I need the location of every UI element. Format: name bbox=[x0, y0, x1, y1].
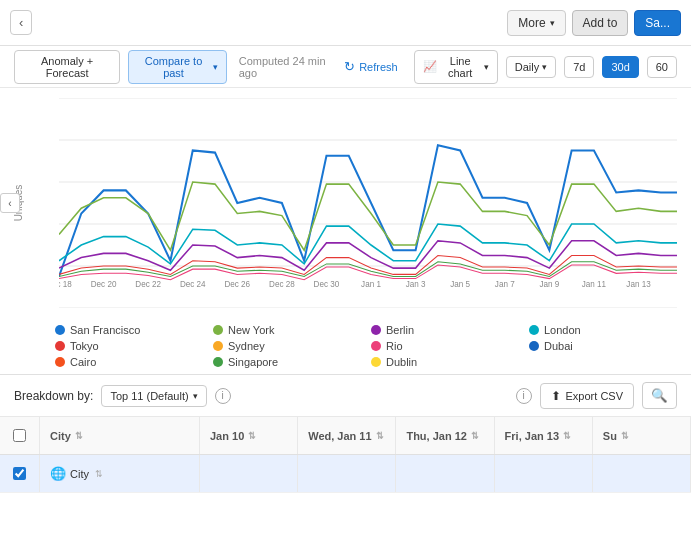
svg-text:Jan 9: Jan 9 bbox=[539, 280, 559, 289]
th-su-label: Su bbox=[603, 430, 617, 442]
svg-text:Jan 1: Jan 1 bbox=[361, 280, 381, 289]
compare-past-button[interactable]: Compare to past ▾ bbox=[128, 50, 226, 84]
filter-bar: Anomaly + Forecast Compare to past ▾ Com… bbox=[0, 46, 691, 88]
legend: San Francisco New York Berlin London Tok… bbox=[0, 318, 691, 374]
sort-arrows: ⇅ bbox=[95, 469, 103, 479]
legend-dot-sydney bbox=[213, 341, 223, 351]
svg-text:Dec 30: Dec 30 bbox=[314, 280, 340, 289]
bottom-section: Breakdown by: Top 11 (Default) ▾ i i ⬆ E… bbox=[0, 374, 691, 493]
th-jan12[interactable]: Thu, Jan 12 ⇅ bbox=[396, 417, 494, 454]
7d-button[interactable]: 7d bbox=[564, 56, 594, 78]
legend-dot-cairo bbox=[55, 357, 65, 367]
legend-dot-dublin bbox=[371, 357, 381, 367]
sort-icon: ⇅ bbox=[621, 431, 629, 441]
back-button[interactable]: ‹ bbox=[10, 10, 32, 35]
sort-icon: ⇅ bbox=[75, 431, 83, 441]
th-su[interactable]: Su ⇅ bbox=[593, 417, 691, 454]
legend-label-cairo: Cairo bbox=[70, 356, 96, 368]
city-icon: 🌐 bbox=[50, 466, 66, 481]
td-city: 🌐 City ⇅ bbox=[40, 455, 200, 492]
svg-text:Dec 24: Dec 24 bbox=[180, 280, 206, 289]
30d-label: 30d bbox=[611, 61, 629, 73]
export-label: Export CSV bbox=[566, 390, 623, 402]
legend-dot-rio bbox=[371, 341, 381, 351]
add-to-label: Add to bbox=[583, 16, 618, 30]
legend-dot-london bbox=[529, 325, 539, 335]
svg-text:Dec 26: Dec 26 bbox=[224, 280, 250, 289]
more-button[interactable]: More ▾ bbox=[507, 10, 565, 36]
legend-item-cairo: Cairo bbox=[55, 356, 203, 368]
info-icon-right[interactable]: i bbox=[516, 388, 532, 404]
td-jan10 bbox=[200, 455, 298, 492]
legend-dot-ny bbox=[213, 325, 223, 335]
th-city[interactable]: City ⇅ bbox=[40, 417, 200, 454]
search-button[interactable]: 🔍 bbox=[642, 382, 677, 409]
legend-label-tokyo: Tokyo bbox=[70, 340, 99, 352]
th-city-label: City bbox=[50, 430, 71, 442]
more-label: More bbox=[518, 16, 545, 30]
select-all-checkbox[interactable] bbox=[13, 429, 26, 442]
legend-dot-dubai bbox=[529, 341, 539, 351]
legend-item-london: London bbox=[529, 324, 677, 336]
daily-label: Daily bbox=[515, 61, 539, 73]
th-jan11-label: Wed, Jan 11 bbox=[308, 430, 371, 442]
legend-item-tokyo: Tokyo bbox=[55, 340, 203, 352]
breakdown-select[interactable]: Top 11 (Default) ▾ bbox=[101, 385, 206, 407]
legend-dot-singapore bbox=[213, 357, 223, 367]
legend-label-dublin: Dublin bbox=[386, 356, 417, 368]
chevron-down-icon: ▾ bbox=[193, 391, 198, 401]
sort-icon: ⇅ bbox=[248, 431, 256, 441]
table-row: 🌐 City ⇅ bbox=[0, 455, 691, 493]
svg-text:Jan 7: Jan 7 bbox=[495, 280, 515, 289]
th-jan13-label: Fri, Jan 13 bbox=[505, 430, 559, 442]
chevron-down-icon: ▾ bbox=[550, 18, 555, 28]
legend-item-berlin: Berlin bbox=[371, 324, 519, 336]
refresh-label: Refresh bbox=[359, 61, 398, 73]
daily-button[interactable]: Daily ▾ bbox=[506, 56, 556, 78]
sort-icon: ⇅ bbox=[376, 431, 384, 441]
td-su bbox=[593, 455, 691, 492]
breakdown-label: Breakdown by: bbox=[14, 389, 93, 403]
legend-item-sf: San Francisco bbox=[55, 324, 203, 336]
anomaly-forecast-button[interactable]: Anomaly + Forecast bbox=[14, 50, 120, 84]
60d-button[interactable]: 60 bbox=[647, 56, 677, 78]
svg-text:Jan 5: Jan 5 bbox=[450, 280, 470, 289]
th-jan13[interactable]: Fri, Jan 13 ⇅ bbox=[495, 417, 593, 454]
chevron-down-icon: ▾ bbox=[484, 62, 489, 72]
svg-text:Jan 11: Jan 11 bbox=[582, 280, 607, 289]
legend-item-dubai: Dubai bbox=[529, 340, 677, 352]
svg-text:Dec 28: Dec 28 bbox=[269, 280, 295, 289]
table-header: City ⇅ Jan 10 ⇅ Wed, Jan 11 ⇅ Thu, Jan 1… bbox=[0, 417, 691, 455]
chart-svg: 10k 7.5k 5k 2.5k 0 Dec 18 Dec 20 Dec 22 … bbox=[59, 98, 677, 308]
legend-item-dublin: Dublin bbox=[371, 356, 519, 368]
chart-type-button[interactable]: 📈 Line chart ▾ bbox=[414, 50, 498, 84]
save-button[interactable]: Sa... bbox=[634, 10, 681, 36]
30d-button[interactable]: 30d bbox=[602, 56, 638, 78]
legend-item-rio: Rio bbox=[371, 340, 519, 352]
breakdown-bar: Breakdown by: Top 11 (Default) ▾ i i ⬆ E… bbox=[0, 375, 691, 417]
sort-icon: ⇅ bbox=[471, 431, 479, 441]
svg-text:Jan 13: Jan 13 bbox=[626, 280, 651, 289]
add-to-button[interactable]: Add to bbox=[572, 10, 629, 36]
svg-text:Dec 20: Dec 20 bbox=[91, 280, 117, 289]
chevron-down-icon: ▾ bbox=[542, 62, 547, 72]
th-jan11[interactable]: Wed, Jan 11 ⇅ bbox=[298, 417, 396, 454]
row-checkbox[interactable] bbox=[13, 467, 26, 480]
refresh-button[interactable]: ↻ Refresh bbox=[344, 59, 398, 74]
7d-label: 7d bbox=[573, 61, 585, 73]
th-jan10[interactable]: Jan 10 ⇅ bbox=[200, 417, 298, 454]
line-chart-icon: 📈 bbox=[423, 60, 437, 73]
legend-label-dubai: Dubai bbox=[544, 340, 573, 352]
td-jan12 bbox=[396, 455, 494, 492]
legend-dot-sf bbox=[55, 325, 65, 335]
chart-container: Uniques 10k 7.5k 5k 2.5k 0 bbox=[0, 88, 691, 318]
chevron-down-icon: ▾ bbox=[213, 62, 218, 72]
export-csv-button[interactable]: ⬆ Export CSV bbox=[540, 383, 634, 409]
collapse-button[interactable]: ‹ bbox=[0, 193, 20, 213]
chart-inner: 10k 7.5k 5k 2.5k 0 Dec 18 Dec 20 Dec 22 … bbox=[59, 98, 677, 308]
info-icon[interactable]: i bbox=[215, 388, 231, 404]
svg-text:Dec 18: Dec 18 bbox=[59, 280, 72, 289]
search-icon: 🔍 bbox=[651, 388, 668, 403]
legend-item-singapore: Singapore bbox=[213, 356, 361, 368]
anomaly-forecast-label: Anomaly + Forecast bbox=[23, 55, 111, 79]
